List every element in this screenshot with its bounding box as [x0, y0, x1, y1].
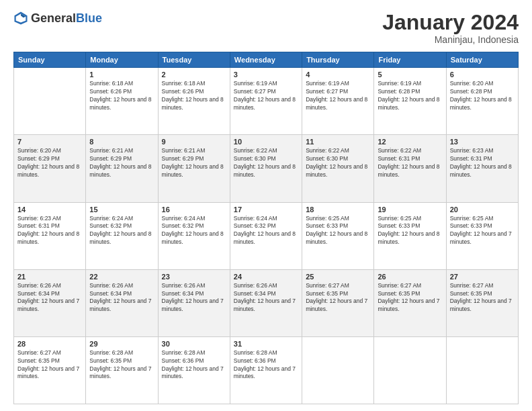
day-info: Sunrise: 6:19 AMSunset: 6:27 PMDaylight:…: [306, 80, 370, 112]
header: GeneralBlue January 2024 Maninjau, Indon…: [13, 11, 519, 45]
table-row: 30Sunrise: 6:28 AMSunset: 6:36 PMDayligh…: [158, 336, 230, 404]
day-number: 13: [450, 138, 515, 146]
day-info: Sunrise: 6:28 AMSunset: 6:36 PMDaylight:…: [162, 349, 226, 381]
day-info: Sunrise: 6:19 AMSunset: 6:28 PMDaylight:…: [378, 80, 442, 112]
table-row: 26Sunrise: 6:27 AMSunset: 6:35 PMDayligh…: [374, 269, 446, 336]
day-info: Sunrise: 6:18 AMSunset: 6:26 PMDaylight:…: [162, 80, 226, 112]
table-row: 13Sunrise: 6:23 AMSunset: 6:31 PMDayligh…: [446, 135, 518, 202]
calendar-week-row: 28Sunrise: 6:27 AMSunset: 6:35 PMDayligh…: [14, 336, 519, 404]
table-row: 29Sunrise: 6:28 AMSunset: 6:35 PMDayligh…: [86, 336, 158, 404]
table-row: 11Sunrise: 6:22 AMSunset: 6:30 PMDayligh…: [302, 135, 374, 202]
table-row: 17Sunrise: 6:24 AMSunset: 6:32 PMDayligh…: [230, 202, 302, 269]
day-number: 14: [17, 205, 82, 214]
day-number: 28: [17, 340, 82, 348]
day-number: 30: [162, 340, 226, 348]
day-info: Sunrise: 6:20 AMSunset: 6:29 PMDaylight:…: [17, 147, 82, 179]
table-row: 23Sunrise: 6:26 AMSunset: 6:34 PMDayligh…: [158, 269, 230, 336]
day-info: Sunrise: 6:27 AMSunset: 6:35 PMDaylight:…: [378, 282, 442, 314]
day-info: Sunrise: 6:21 AMSunset: 6:29 PMDaylight:…: [89, 147, 154, 179]
logo: GeneralBlue: [13, 11, 102, 26]
day-number: 11: [306, 138, 370, 146]
day-number: 12: [378, 138, 442, 146]
day-info: Sunrise: 6:24 AMSunset: 6:32 PMDaylight:…: [234, 215, 298, 247]
logo-icon: [13, 11, 28, 26]
header-thursday: Thursday: [302, 52, 374, 68]
table-row: 16Sunrise: 6:24 AMSunset: 6:32 PMDayligh…: [158, 202, 230, 269]
day-info: Sunrise: 6:24 AMSunset: 6:32 PMDaylight:…: [162, 215, 226, 247]
day-info: Sunrise: 6:28 AMSunset: 6:36 PMDaylight:…: [234, 349, 298, 381]
day-number: 26: [378, 273, 442, 281]
day-info: Sunrise: 6:25 AMSunset: 6:33 PMDaylight:…: [306, 215, 370, 247]
table-row: 18Sunrise: 6:25 AMSunset: 6:33 PMDayligh…: [302, 202, 374, 269]
header-friday: Friday: [374, 52, 446, 68]
table-row: 5Sunrise: 6:19 AMSunset: 6:28 PMDaylight…: [374, 68, 446, 135]
table-row: 9Sunrise: 6:21 AMSunset: 6:29 PMDaylight…: [158, 135, 230, 202]
day-number: 22: [89, 273, 154, 281]
day-number: 17: [234, 205, 298, 214]
day-number: 8: [89, 138, 154, 146]
calendar-table: Sunday Monday Tuesday Wednesday Thursday…: [13, 52, 519, 404]
table-row: 12Sunrise: 6:22 AMSunset: 6:31 PMDayligh…: [374, 135, 446, 202]
table-row: [14, 68, 86, 135]
day-info: Sunrise: 6:27 AMSunset: 6:35 PMDaylight:…: [306, 282, 370, 314]
day-headers-row: Sunday Monday Tuesday Wednesday Thursday…: [14, 52, 519, 68]
day-number: 16: [162, 205, 226, 214]
table-row: 2Sunrise: 6:18 AMSunset: 6:26 PMDaylight…: [158, 68, 230, 135]
day-number: 27: [450, 273, 515, 281]
location-subtitle: Maninjau, Indonesia: [382, 34, 519, 45]
day-info: Sunrise: 6:26 AMSunset: 6:34 PMDaylight:…: [162, 282, 226, 314]
table-row: 19Sunrise: 6:25 AMSunset: 6:33 PMDayligh…: [374, 202, 446, 269]
day-info: Sunrise: 6:25 AMSunset: 6:33 PMDaylight:…: [378, 215, 442, 247]
day-number: 18: [306, 205, 370, 214]
table-row: 21Sunrise: 6:26 AMSunset: 6:34 PMDayligh…: [14, 269, 86, 336]
day-number: 4: [306, 71, 370, 79]
day-number: 15: [89, 205, 154, 214]
header-saturday: Saturday: [446, 52, 518, 68]
day-info: Sunrise: 6:18 AMSunset: 6:26 PMDaylight:…: [89, 80, 154, 112]
day-number: 25: [306, 273, 370, 281]
header-sunday: Sunday: [14, 52, 86, 68]
day-info: Sunrise: 6:26 AMSunset: 6:34 PMDaylight:…: [89, 282, 154, 314]
table-row: 4Sunrise: 6:19 AMSunset: 6:27 PMDaylight…: [302, 68, 374, 135]
table-row: 6Sunrise: 6:20 AMSunset: 6:28 PMDaylight…: [446, 68, 518, 135]
day-info: Sunrise: 6:23 AMSunset: 6:31 PMDaylight:…: [450, 147, 515, 179]
day-info: Sunrise: 6:22 AMSunset: 6:30 PMDaylight:…: [306, 147, 370, 179]
table-row: 25Sunrise: 6:27 AMSunset: 6:35 PMDayligh…: [302, 269, 374, 336]
table-row: 20Sunrise: 6:25 AMSunset: 6:33 PMDayligh…: [446, 202, 518, 269]
day-info: Sunrise: 6:25 AMSunset: 6:33 PMDaylight:…: [450, 215, 515, 247]
table-row: 31Sunrise: 6:28 AMSunset: 6:36 PMDayligh…: [230, 336, 302, 404]
day-info: Sunrise: 6:23 AMSunset: 6:31 PMDaylight:…: [17, 215, 82, 247]
day-info: Sunrise: 6:22 AMSunset: 6:30 PMDaylight:…: [234, 147, 298, 179]
day-number: 20: [450, 205, 515, 214]
calendar-week-row: 1Sunrise: 6:18 AMSunset: 6:26 PMDaylight…: [14, 68, 519, 135]
day-number: 21: [17, 273, 82, 281]
table-row: 15Sunrise: 6:24 AMSunset: 6:32 PMDayligh…: [86, 202, 158, 269]
day-info: Sunrise: 6:27 AMSunset: 6:35 PMDaylight:…: [450, 282, 515, 314]
day-info: Sunrise: 6:21 AMSunset: 6:29 PMDaylight:…: [162, 147, 226, 179]
day-number: 29: [89, 340, 154, 348]
logo-general: General: [31, 11, 76, 25]
day-info: Sunrise: 6:20 AMSunset: 6:28 PMDaylight:…: [450, 80, 515, 112]
day-number: 3: [234, 71, 298, 79]
table-row: [446, 336, 518, 404]
day-info: Sunrise: 6:26 AMSunset: 6:34 PMDaylight:…: [234, 282, 298, 314]
calendar-page: GeneralBlue January 2024 Maninjau, Indon…: [0, 0, 532, 411]
logo-text: GeneralBlue: [31, 11, 102, 26]
day-number: 1: [89, 71, 154, 79]
day-number: 19: [378, 205, 442, 214]
month-title: January 2024: [382, 11, 519, 34]
table-row: 3Sunrise: 6:19 AMSunset: 6:27 PMDaylight…: [230, 68, 302, 135]
table-row: [374, 336, 446, 404]
header-wednesday: Wednesday: [230, 52, 302, 68]
table-row: 14Sunrise: 6:23 AMSunset: 6:31 PMDayligh…: [14, 202, 86, 269]
day-info: Sunrise: 6:28 AMSunset: 6:35 PMDaylight:…: [89, 349, 154, 381]
day-number: 10: [234, 138, 298, 146]
table-row: 27Sunrise: 6:27 AMSunset: 6:35 PMDayligh…: [446, 269, 518, 336]
day-info: Sunrise: 6:22 AMSunset: 6:31 PMDaylight:…: [378, 147, 442, 179]
day-number: 31: [234, 340, 298, 348]
table-row: 24Sunrise: 6:26 AMSunset: 6:34 PMDayligh…: [230, 269, 302, 336]
day-number: 7: [17, 138, 82, 146]
header-monday: Monday: [86, 52, 158, 68]
table-row: [302, 336, 374, 404]
day-number: 24: [234, 273, 298, 281]
